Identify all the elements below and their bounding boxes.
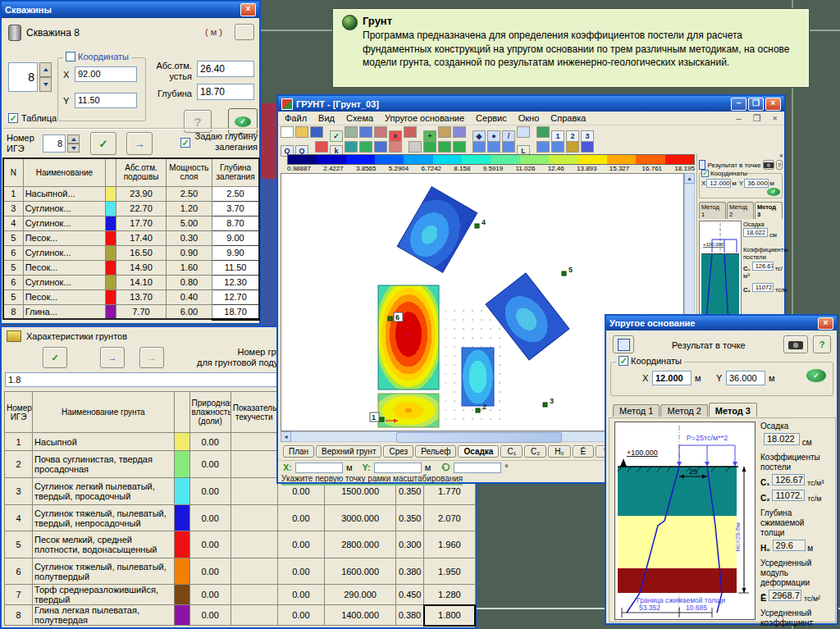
layer-row[interactable]: 8Глина...7.706.0018.70 — [3, 304, 259, 319]
layer-row[interactable]: 6Суглинок...16.500.909.90 — [3, 245, 259, 260]
layers-icon[interactable] — [453, 126, 466, 138]
tab-relief[interactable]: Рельеф — [415, 445, 456, 458]
status-y-field[interactable] — [374, 463, 422, 473]
import-button-disabled[interactable]: → — [139, 347, 164, 368]
close-icon[interactable]: × — [765, 98, 781, 111]
table-checkbox[interactable]: ✓ — [8, 113, 18, 123]
tab-method3[interactable]: Метод 3 — [709, 403, 757, 417]
close-icon[interactable]: × — [818, 317, 833, 330]
elastic-titlebar[interactable]: Упругое основание × — [606, 316, 837, 330]
elastic-coords-checkbox[interactable]: ✓ — [619, 356, 628, 366]
snapshot-button[interactable] — [783, 335, 808, 353]
tab-h0[interactable]: H₀ — [548, 445, 570, 458]
panel-tab-method2[interactable]: Метод 2 — [727, 202, 754, 219]
coords-tool-icon[interactable] — [438, 126, 451, 138]
soil-row[interactable]: 7Торф среднеразложившийся, твердый0.000.… — [5, 585, 476, 605]
result-tool2-icon[interactable] — [487, 141, 500, 153]
section-tool2-icon[interactable] — [551, 141, 564, 153]
snapshot-button[interactable] — [763, 160, 774, 170]
flag-icon[interactable] — [315, 141, 328, 153]
save-icon[interactable] — [310, 126, 323, 138]
soil-row[interactable]: 4Суглинок тяжелый, пылеватый, твердый, н… — [5, 505, 476, 531]
mdi-restore-icon[interactable]: ❐ — [753, 113, 761, 124]
table-view-icon[interactable] — [374, 141, 387, 153]
tab-settlement[interactable]: Осадка — [458, 445, 499, 458]
apply-button[interactable]: ✓ — [43, 347, 67, 368]
new-doc-icon[interactable] — [281, 126, 294, 138]
layer-row[interactable]: 5Песок...13.700.4012.70 — [3, 289, 259, 304]
ige-number-field[interactable]: 8 — [43, 134, 66, 153]
ige-stepper[interactable] — [67, 134, 80, 153]
menu-service[interactable]: Сервис — [476, 113, 507, 123]
foundation-small[interactable] — [378, 394, 439, 427]
menu-window[interactable]: Окно — [518, 113, 540, 123]
boreholes-titlebar[interactable]: Скважины × — [2, 2, 259, 18]
close-icon[interactable]: × — [240, 3, 256, 16]
elastic-help-button[interactable]: ? — [813, 335, 831, 353]
panel-y-field[interactable]: 36.000 — [744, 179, 769, 188]
unit-button[interactable] — [235, 24, 254, 40]
mdi-close-icon[interactable]: × — [773, 113, 778, 123]
node-tool1-icon[interactable] — [423, 141, 436, 153]
open-folder-icon[interactable] — [295, 126, 308, 138]
tab-section[interactable]: Срез — [383, 445, 413, 458]
relief-icon[interactable] — [536, 126, 550, 138]
minimize-icon[interactable]: – — [731, 98, 746, 111]
coordinates-checkbox[interactable] — [66, 52, 75, 62]
menu-scheme[interactable]: Схема — [346, 113, 373, 123]
values-icon[interactable] — [389, 141, 402, 153]
result-tool1-icon[interactable] — [472, 141, 486, 153]
menu-elastic[interactable]: Упругое основание — [385, 113, 464, 123]
menu-help[interactable]: Справка — [550, 113, 586, 123]
borehole-tool-icon[interactable] — [359, 126, 372, 138]
help-button[interactable]: ? — [184, 110, 212, 133]
y-coordinate-field[interactable]: 11.50 — [75, 93, 137, 108]
status-angle-field[interactable] — [454, 463, 501, 473]
borehole-number-stepper[interactable] — [39, 62, 52, 92]
menu-file[interactable]: Файл — [285, 113, 307, 123]
export-button[interactable]: → — [100, 347, 125, 368]
tab-upper-soil[interactable]: Верхний грунт — [316, 445, 381, 458]
insert-layer-button[interactable]: → — [126, 132, 153, 155]
foundation-big[interactable] — [378, 285, 439, 390]
elastic-y-field[interactable]: 36.000 — [726, 371, 765, 385]
tab-c2[interactable]: C₂ — [524, 445, 546, 458]
panel-coords-checkbox[interactable]: ✓ — [701, 170, 709, 177]
soil-row[interactable]: 8Глина легкая пылеватая, полутвердая0.00… — [5, 605, 476, 626]
confirm-ige-button[interactable]: ✓ — [90, 132, 116, 155]
ellipse-icon[interactable] — [359, 141, 372, 153]
fill-tool-icon[interactable] — [566, 141, 579, 153]
layer-row[interactable]: 3Суглинок...22.701.203.70 — [3, 201, 259, 216]
main-titlebar[interactable]: ГРУНТ - [Грунт_03] – ❐ × — [278, 96, 784, 112]
panel-help-button[interactable]: ? — [776, 160, 783, 170]
tab-e[interactable]: Ē — [573, 445, 595, 458]
node-tool3-icon[interactable] — [453, 141, 466, 153]
layer-row[interactable]: 5Песок...14.901.6011.50 — [3, 260, 259, 275]
foundation-top[interactable] — [397, 187, 477, 273]
x-coordinate-field[interactable]: 92.00 — [75, 66, 137, 82]
abs-mark-field[interactable]: 26.40 — [197, 61, 254, 77]
section-tool1-icon[interactable] — [536, 141, 550, 153]
scroll-up-icon[interactable]: ▲ — [684, 173, 695, 184]
soil-row[interactable]: 5Песок мелкий, средней плотности, водона… — [5, 531, 476, 558]
point-marker-4[interactable]: 4 — [475, 218, 486, 228]
cut-icon[interactable] — [404, 126, 417, 138]
layer-row[interactable]: 4Суглинок...17.705.008.70 — [3, 216, 259, 230]
restore-icon[interactable]: ❐ — [748, 98, 764, 111]
layer-row[interactable]: 6Суглинок...14.100.8012.30 — [3, 275, 259, 289]
elastic-doc-button[interactable] — [613, 335, 634, 353]
tab-c1[interactable]: C₁ — [500, 445, 523, 458]
depth-field[interactable]: 18.70 — [197, 84, 254, 100]
node-tool2-icon[interactable] — [438, 141, 451, 153]
point-marker-5[interactable]: 5 — [562, 266, 573, 276]
tab-method2[interactable]: Метод 2 — [660, 404, 707, 417]
tab-method1[interactable]: Метод 1 — [613, 404, 660, 417]
wells-list-icon[interactable] — [345, 126, 358, 138]
grid-icon[interactable] — [409, 141, 422, 153]
scroll-left-icon[interactable]: ◄ — [281, 431, 291, 442]
panel-tab-method1[interactable]: Метод 1 — [699, 202, 726, 219]
elastic-ok-button[interactable]: ✓ — [806, 369, 826, 382]
mdi-minimize-icon[interactable]: – — [737, 113, 742, 123]
borehole-number-field[interactable]: 8 — [8, 62, 38, 92]
result-tool3-icon[interactable] — [502, 141, 515, 153]
